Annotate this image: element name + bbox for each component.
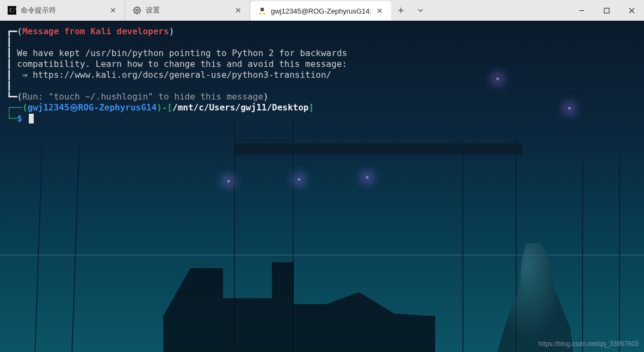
tab-cmd[interactable]: C:\ 命令提示符 ✕ (0, 0, 125, 21)
gear-icon (133, 6, 141, 15)
svg-point-18 (263, 9, 263, 10)
close-icon[interactable]: ✕ (234, 7, 242, 14)
svg-rect-22 (604, 8, 609, 13)
cursor (29, 114, 34, 123)
prompt-userhost: gwj12345㉿ROG-ZephyrusG14 (28, 102, 157, 113)
window-controls (569, 0, 644, 21)
prompt-cwd: /mnt/c/Users/gwj11/Desktop (172, 102, 308, 113)
motd-link: https://www.kali.org/docs/general-use/py… (33, 70, 331, 80)
tab-dropdown-button[interactable] (411, 0, 430, 21)
tab-kali[interactable]: gwj12345@ROG-ZephyrusG14: ✕ (250, 1, 391, 21)
close-window-button[interactable] (619, 0, 644, 21)
tab-label: gwj12345@ROG-ZephyrusG14: (271, 7, 371, 15)
motd-line: compatibility. Learn how to change this … (17, 59, 347, 69)
terminal-output: ┏━(Message from Kali developers) ┃ ┃ We … (0, 21, 644, 129)
tab-strip: C:\ 命令提示符 ✕ 设置 ✕ gwj12345@ROG-ZephyrusG1… (0, 0, 569, 21)
close-icon[interactable]: ✕ (376, 7, 383, 15)
motd-header: Message from Kali developers (22, 26, 169, 36)
tab-label: 命令提示符 (21, 5, 105, 15)
svg-point-20 (263, 13, 265, 15)
motd-footer: Run: "touch ~/.hushlogin" to hide this m… (22, 91, 263, 102)
svg-text:C:\: C:\ (9, 8, 16, 13)
minimize-button[interactable] (569, 0, 594, 21)
tab-label: 设置 (146, 5, 230, 15)
svg-point-19 (259, 13, 261, 15)
tab-actions (391, 0, 430, 21)
close-icon[interactable]: ✕ (109, 7, 117, 14)
motd-line: We have kept /usr/bin/python pointing to… (17, 48, 347, 58)
cmd-icon: C:\ (8, 6, 16, 15)
prompt-symbol: $ (17, 113, 22, 123)
terminal-pane[interactable]: ┏━(Message from Kali developers) ┃ ┃ We … (0, 21, 644, 352)
watermark: https://blog.csdn.net/qq_33957603 (538, 340, 639, 348)
svg-point-4 (136, 9, 138, 11)
new-tab-button[interactable] (391, 0, 411, 21)
titlebar: C:\ 命令提示符 ✕ 设置 ✕ gwj12345@ROG-ZephyrusG1… (0, 0, 644, 21)
svg-point-17 (262, 9, 262, 10)
tab-settings[interactable]: 设置 ✕ (125, 0, 250, 21)
linux-icon (258, 7, 267, 15)
maximize-button[interactable] (594, 0, 619, 21)
